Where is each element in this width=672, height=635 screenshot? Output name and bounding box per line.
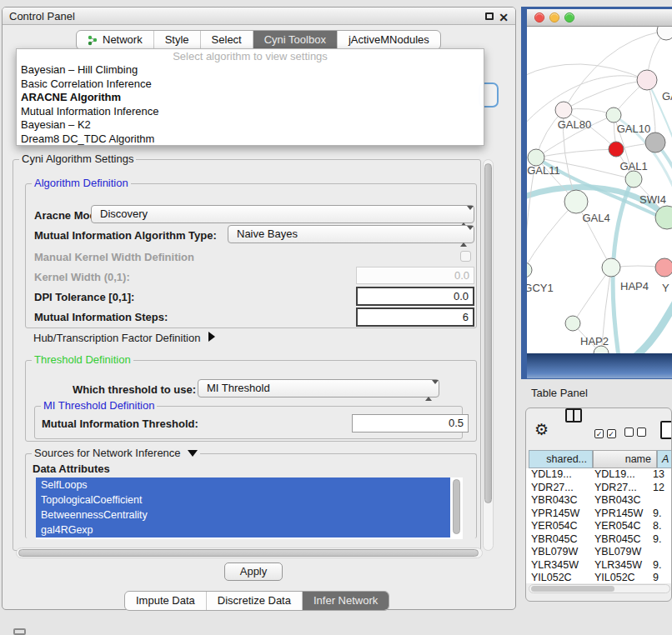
hub-factor-label: Hub/Transcription Factor Definition xyxy=(33,332,200,344)
tab-jactivemnodules[interactable]: jActiveMNodules xyxy=(337,31,440,49)
desktop: Control Panel ✕ Network Style Select Cyn… xyxy=(0,0,672,635)
dpi-tolerance-input[interactable]: 0.0 xyxy=(356,287,474,306)
kernel-width-input[interactable]: 0.0 xyxy=(356,267,474,284)
cell-shared: YBR043C xyxy=(531,494,578,508)
network-node[interactable] xyxy=(645,132,665,152)
network-node[interactable] xyxy=(637,70,657,90)
network-window-titlebar[interactable] xyxy=(527,9,672,27)
tab-jactivemnodules-label: jActiveMNodules xyxy=(349,31,429,49)
tab-impute-data[interactable]: Impute Data xyxy=(125,592,206,610)
network-node[interactable] xyxy=(655,258,672,277)
tab-infer-network[interactable]: Infer Network xyxy=(302,592,389,610)
network-node[interactable] xyxy=(555,102,572,118)
table-horizontal-scrollbar[interactable] xyxy=(529,584,670,593)
attribute-item-selected[interactable]: TopologicalCoefficient xyxy=(36,492,450,508)
mi-threshold-input[interactable]: 0.5 xyxy=(352,414,469,432)
manual-kernel-label: Manual Kernel Width Definition xyxy=(34,251,194,263)
cell-name: YER054C xyxy=(594,520,641,533)
table-row[interactable]: YDR27...YDR27...12 xyxy=(526,482,672,495)
network-node[interactable] xyxy=(625,171,642,188)
cell-value: 13 xyxy=(653,468,664,482)
table-row[interactable]: YIL052CYIL052C9 xyxy=(526,572,672,583)
table-row[interactable]: YLR345WYLR345W9. xyxy=(526,559,672,572)
table-panel: ⚙ ✓ ✓ shared... name A YDL19...YDL19...1… xyxy=(525,408,672,602)
split-columns-icon[interactable] xyxy=(565,408,582,422)
close-icon[interactable]: ✕ xyxy=(499,11,509,24)
algorithm-placeholder: Select algorithm to view settings xyxy=(17,49,484,63)
network-node[interactable] xyxy=(606,108,621,122)
algorithm-option[interactable]: Dream8 DC_TDC Algorithm xyxy=(17,132,484,147)
threshold-definition-group: Threshold Definition Which threshold to … xyxy=(25,360,477,442)
algorithm-option[interactable]: Bayesian – K2 xyxy=(17,118,484,132)
tab-discretize-data[interactable]: Discretize Data xyxy=(206,592,302,610)
node-label: HAP4 xyxy=(620,280,649,292)
table-row[interactable]: YBL079WYBL079W xyxy=(526,546,672,559)
algorithm-option[interactable]: Basic Correlation Inference xyxy=(17,78,484,92)
manual-kernel-checkbox[interactable] xyxy=(460,251,471,262)
document-icon[interactable] xyxy=(660,421,672,439)
table-row[interactable]: YER054CYER054C8. xyxy=(526,520,672,533)
float-window-icon[interactable] xyxy=(485,12,494,20)
sources-title-row[interactable]: Sources for Network Inference xyxy=(32,447,200,459)
tab-network[interactable]: Network xyxy=(77,31,153,49)
checked-box-icon: ✓ xyxy=(594,429,604,438)
table-row[interactable]: YDL19...YDL19...13 xyxy=(526,468,672,482)
minimized-window-icon[interactable] xyxy=(13,628,26,635)
algorithm-option[interactable]: Bayesian – Hill Climbing xyxy=(17,63,484,78)
table-horizontal-scrollbar-thumb[interactable] xyxy=(531,586,614,592)
gear-icon[interactable]: ⚙ xyxy=(534,422,549,438)
tab-cyni-toolbox-label: Cyni Toolbox xyxy=(264,31,326,49)
network-node[interactable] xyxy=(565,316,580,331)
apply-button[interactable]: Apply xyxy=(224,562,283,581)
tab-cyni-toolbox[interactable]: Cyni Toolbox xyxy=(253,31,337,49)
algorithm-option[interactable]: Mutual Information Inference xyxy=(17,105,484,119)
which-threshold-value: MI Threshold xyxy=(207,382,270,394)
mi-threshold-label: Mutual Information Threshold: xyxy=(42,418,198,430)
show-checked-columns-icon[interactable]: ✓ ✓ xyxy=(594,427,616,439)
settings-vertical-scrollbar-thumb[interactable] xyxy=(484,163,492,503)
hide-unchecked-columns-icon[interactable] xyxy=(624,427,646,439)
algorithm-definition-title: Algorithm Definition xyxy=(32,177,131,189)
tab-select[interactable]: Select xyxy=(200,31,253,49)
column-header-partial[interactable]: A xyxy=(657,450,672,468)
hub-factor-expander[interactable]: Hub/Transcription Factor Definition xyxy=(33,332,215,344)
mi-steps-input[interactable]: 6 xyxy=(356,308,474,327)
table-row[interactable]: YBR045CYBR045C9. xyxy=(526,533,672,547)
settings-horizontal-scrollbar[interactable] xyxy=(16,548,483,558)
close-traffic-light-icon[interactable] xyxy=(534,12,544,22)
table-panel-title: Table Panel xyxy=(531,387,588,399)
column-header-shared-name[interactable]: shared... xyxy=(529,450,593,468)
cell-name: YBR043C xyxy=(594,494,641,508)
attributes-scrollbar[interactable] xyxy=(453,479,460,534)
minimize-traffic-light-icon[interactable] xyxy=(549,12,559,22)
cell-value: 9. xyxy=(653,508,661,521)
algorithm-option-selected[interactable]: ARACNE Algorithm xyxy=(17,91,484,105)
cell-name: YPR145W xyxy=(594,508,643,521)
network-canvas[interactable]: GAL GAL80 GAL10 GAL1 GAL11 SWI4 GAL4 GCY… xyxy=(527,27,672,353)
column-header-name[interactable]: name xyxy=(593,450,657,468)
attribute-item-selected[interactable]: BetweennessCentrality xyxy=(36,508,450,522)
network-node-selected[interactable] xyxy=(609,142,624,157)
network-node[interactable] xyxy=(527,262,532,278)
zoom-traffic-light-icon[interactable] xyxy=(564,12,574,22)
table-body[interactable]: YDL19...YDL19...13 YDR27...YDR27...12 YB… xyxy=(526,468,672,583)
settings-vertical-scrollbar[interactable] xyxy=(483,159,494,551)
network-node[interactable] xyxy=(564,190,588,213)
attribute-item-selected[interactable]: gal4RGexp xyxy=(36,522,450,538)
data-attributes-list[interactable]: SelfLoops TopologicalCoefficient Between… xyxy=(36,478,463,539)
table-row[interactable]: YPR145WYPR145W9. xyxy=(526,508,672,521)
tab-style[interactable]: Style xyxy=(153,31,200,49)
cyni-algorithm-settings-group: Cyni Algorithm Settings Algorithm Defini… xyxy=(13,159,481,551)
which-threshold-select[interactable]: MI Threshold xyxy=(198,379,439,398)
network-node[interactable] xyxy=(528,149,544,166)
network-node[interactable] xyxy=(657,27,672,40)
sources-group: Sources for Network Inference Data Attri… xyxy=(25,453,477,538)
attribute-item-selected[interactable]: SelfLoops xyxy=(36,478,450,492)
checked-box-icon: ✓ xyxy=(607,429,616,438)
table-row[interactable]: YBR043CYBR043C xyxy=(526,494,672,508)
control-panel-titlebar[interactable]: Control Panel ✕ xyxy=(3,8,515,25)
settings-horizontal-scrollbar-thumb[interactable] xyxy=(18,549,479,557)
aracne-mode-select[interactable]: Discovery xyxy=(91,205,474,223)
mi-type-select[interactable]: Naive Bayes xyxy=(228,225,474,243)
network-node[interactable] xyxy=(602,258,620,277)
